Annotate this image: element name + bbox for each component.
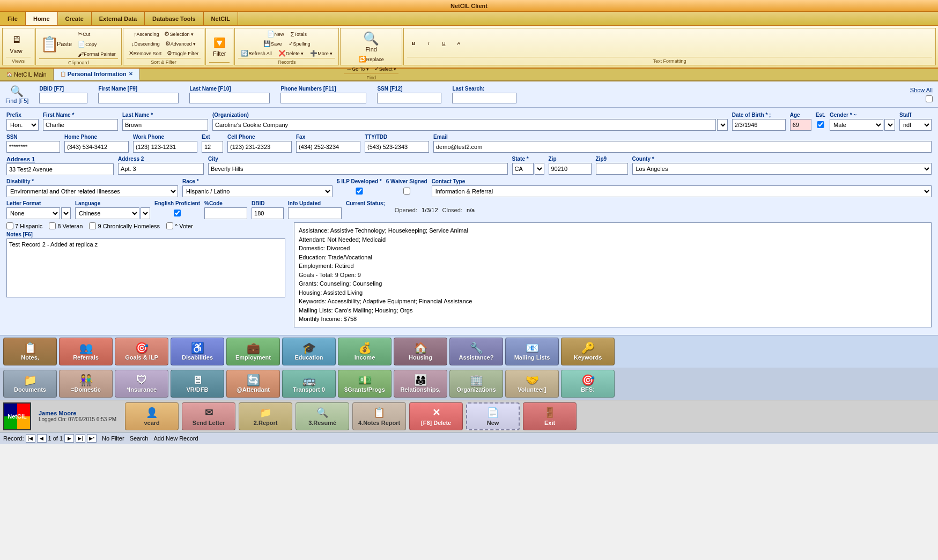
new-nav-button[interactable]: ▶* xyxy=(87,434,97,443)
first-name-input[interactable] xyxy=(43,119,118,131)
assistance-button[interactable]: 🔧 Assistance? xyxy=(449,338,503,365)
goto-button[interactable]: → Go To ▾ xyxy=(344,64,371,73)
english-proficient-checkbox[interactable] xyxy=(154,210,200,216)
phone-search-input[interactable] xyxy=(280,93,366,103)
format-painter-button[interactable]: 🖌 Format Painter xyxy=(76,50,118,58)
relationships-button[interactable]: 👨‍👩‍👧 Relationships, xyxy=(394,370,447,398)
replace-button[interactable]: 🔁 Replace xyxy=(357,55,386,64)
delete-record-button[interactable]: ❌ Delete ▾ xyxy=(276,49,307,58)
filter-button[interactable]: 🔽 Filter xyxy=(209,34,230,58)
tab-file[interactable]: File xyxy=(0,12,26,25)
work-phone-input[interactable] xyxy=(133,141,197,153)
report-button[interactable]: 📁 2.Report xyxy=(239,402,292,430)
new-button[interactable]: 📄 New xyxy=(466,402,520,430)
grants-button[interactable]: 💵 $Grants/Progs xyxy=(338,370,392,398)
firstname-search-input[interactable] xyxy=(98,93,179,103)
resume-button[interactable]: 🔍 3.Resumé xyxy=(296,402,349,430)
bold-button[interactable]: B xyxy=(407,39,420,48)
waiver-checkbox[interactable] xyxy=(386,188,427,195)
veteran-checkbox[interactable] xyxy=(49,222,56,229)
disabilities-button[interactable]: ♿ Disabilities xyxy=(171,338,224,365)
domestic-button[interactable]: 👫 =Domestic xyxy=(59,370,113,398)
first-record-button[interactable]: |◀ xyxy=(26,434,35,443)
organizations-button[interactable]: 🏢 Organizations xyxy=(449,370,503,398)
state-dropdown[interactable]: ▾ xyxy=(535,163,544,175)
show-all-link[interactable]: Show All xyxy=(910,87,933,93)
vrdfb-button[interactable]: 🖥 VR/DFB xyxy=(171,370,224,398)
race-select[interactable]: Hispanic / Latino xyxy=(182,185,333,197)
delete-button[interactable]: ✕ [F8] Delete xyxy=(409,402,463,430)
find-button[interactable]: 🔍 Find xyxy=(361,29,381,54)
city-input[interactable] xyxy=(208,163,508,175)
documents-button[interactable]: 📁 Documents xyxy=(3,370,57,398)
address1-input[interactable] xyxy=(6,163,114,175)
income-button[interactable]: 💰 Income xyxy=(338,338,392,365)
language-select[interactable]: Chinese xyxy=(75,207,139,219)
est-checkbox[interactable] xyxy=(816,121,825,128)
attendant-button[interactable]: 🔄 @Attendant xyxy=(226,370,280,398)
email-input[interactable] xyxy=(433,141,932,153)
transport-button[interactable]: 🚌 Transport 0 xyxy=(282,370,336,398)
copy-button[interactable]: 📄 Copy xyxy=(76,40,118,49)
tab-home[interactable]: Home xyxy=(26,12,58,25)
state-input[interactable] xyxy=(512,163,534,175)
mailing-button[interactable]: 📧 Mailing Lists xyxy=(505,338,559,365)
tab-personal-information[interactable]: 📋 Personal Information ✕ xyxy=(54,69,140,80)
select-button[interactable]: ✓ Select ▾ xyxy=(372,64,399,73)
ssn-input[interactable] xyxy=(6,141,60,153)
staff-select[interactable]: ndl xyxy=(899,119,932,131)
view-button[interactable]: 🖥 View xyxy=(6,31,26,56)
toggle-filter-button[interactable]: ⚙ Toggle Filter xyxy=(165,49,201,58)
prefix-select[interactable]: Hon. xyxy=(6,119,39,131)
address2-input[interactable] xyxy=(118,163,204,175)
letter-format-dropdown[interactable]: ▾ xyxy=(61,207,71,219)
descending-button[interactable]: ↓ Descending xyxy=(129,39,162,48)
notes-report-button[interactable]: 📋 4.Notes Report xyxy=(352,402,406,430)
language-dropdown[interactable]: ▾ xyxy=(141,207,150,219)
dbid-input[interactable] xyxy=(252,207,284,219)
next-record-button[interactable]: ▶ xyxy=(64,434,74,443)
employment-button[interactable]: 💼 Employment xyxy=(226,338,280,365)
fax-input[interactable] xyxy=(296,141,360,153)
tab-netcil[interactable]: NetCIL xyxy=(204,12,238,25)
remove-sort-button[interactable]: ✕ Remove Sort xyxy=(127,49,164,58)
home-phone-input[interactable] xyxy=(64,141,129,153)
save-button[interactable]: 💾 Save xyxy=(261,39,285,48)
selection-button[interactable]: ⚙ Selection ▾ xyxy=(162,29,196,39)
advanced-button[interactable]: ⚙ Advanced ▾ xyxy=(163,39,198,48)
ilp-checkbox[interactable] xyxy=(337,188,382,195)
organization-input[interactable] xyxy=(212,119,716,131)
totals-button[interactable]: Σ Totals xyxy=(288,29,309,39)
last-record-button[interactable]: ▶| xyxy=(76,434,85,443)
hispanic-checkbox[interactable] xyxy=(6,222,13,229)
organization-dropdown[interactable]: ▾ xyxy=(717,119,728,131)
more-button[interactable]: ➕ More ▾ xyxy=(307,49,335,58)
ssn-search-input[interactable] xyxy=(377,93,441,103)
pct-code-input[interactable] xyxy=(204,207,247,219)
insurance-button[interactable]: 🛡 *Insurance xyxy=(115,370,168,398)
paste-button[interactable]: 📋 Paste xyxy=(39,35,75,53)
bfs-button[interactable]: 🎯 BFS: xyxy=(561,370,615,398)
voter-checkbox[interactable] xyxy=(166,222,173,229)
county-select[interactable]: Los Angeles xyxy=(632,163,932,175)
show-all-checkbox[interactable] xyxy=(926,95,933,102)
age-input[interactable] xyxy=(790,119,811,131)
send-letter-button[interactable]: ✉ Send Letter xyxy=(182,402,235,430)
tab-netcil-main[interactable]: 🏠 NetCIL Main xyxy=(0,69,54,80)
gender-select[interactable]: Male xyxy=(830,119,883,131)
zip-input[interactable] xyxy=(549,163,592,175)
last-name-input[interactable] xyxy=(122,119,208,131)
new-record-button[interactable]: 📄 New xyxy=(264,29,287,39)
font-color-button[interactable]: A xyxy=(452,39,465,48)
cell-phone-input[interactable] xyxy=(227,141,292,153)
cut-button[interactable]: ✂ Cut xyxy=(76,29,118,39)
dbid-search-input[interactable] xyxy=(39,93,87,103)
letter-format-select[interactable]: None xyxy=(6,207,60,219)
gender-dropdown[interactable]: ▾ xyxy=(884,119,895,131)
spelling-button[interactable]: ✓ Spelling xyxy=(286,39,313,48)
underline-button[interactable]: U xyxy=(437,39,450,48)
disability-select[interactable]: Environmental and Other related Illnesse… xyxy=(6,185,178,197)
ext-input[interactable] xyxy=(202,141,223,153)
tab-create[interactable]: Create xyxy=(58,12,92,25)
homeless-checkbox[interactable] xyxy=(89,222,96,229)
